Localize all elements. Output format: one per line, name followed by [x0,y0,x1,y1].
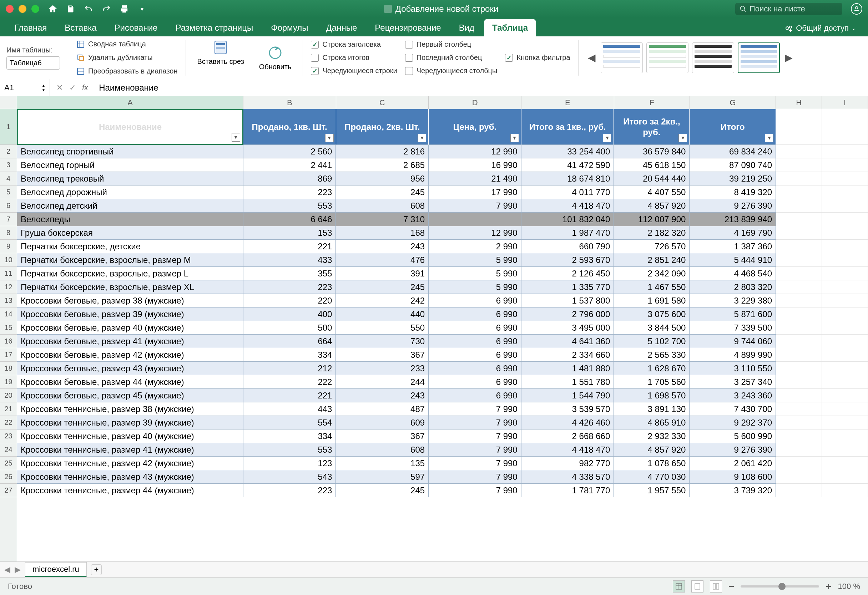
filter-button[interactable] [510,134,519,142]
spreadsheet-grid[interactable]: ABCDEFGHI 123456789101112131415161718192… [0,96,868,561]
cell[interactable]: 3 257 340 [689,375,776,389]
cell[interactable]: 367 [336,430,429,443]
cell[interactable] [822,226,868,240]
cell[interactable]: 2 565 330 [614,348,689,362]
tab-page-layout[interactable]: Разметка страницы [167,19,261,36]
table-header-cell[interactable]: Итого за 1кв., руб. [521,109,614,145]
minimize-window-button[interactable] [19,5,27,13]
row-header[interactable]: 14 [0,308,17,321]
column-header-G[interactable]: G [690,96,776,109]
cell[interactable]: 2 796 000 [521,308,614,321]
column-headers[interactable]: ABCDEFGHI [17,96,868,109]
column-header-E[interactable]: E [521,96,614,109]
search-input[interactable]: Поиск на листе [735,3,842,15]
cell[interactable] [822,443,868,457]
cell[interactable] [822,321,868,334]
name-box[interactable]: A1▲▼ [0,79,50,96]
row-header[interactable]: 9 [0,240,17,253]
tab-review[interactable]: Рецензирование [367,19,449,36]
cell[interactable]: 1 551 780 [521,375,614,389]
cell[interactable]: 245 [336,186,429,199]
zoom-out-button[interactable]: − [728,581,734,592]
cell[interactable]: 2 126 450 [521,267,614,280]
cell[interactable]: 2 441 [244,158,336,172]
account-icon[interactable] [851,3,862,15]
cell[interactable]: 9 276 390 [689,199,776,213]
cell[interactable]: Кроссовки беговые, размер 39 (мужские) [17,308,244,321]
tab-insert[interactable]: Вставка [57,19,104,36]
cell[interactable]: 3 739 320 [689,484,776,497]
zoom-slider[interactable] [741,585,819,588]
cell[interactable] [822,348,868,362]
cell[interactable]: 367 [336,348,429,362]
select-all-corner[interactable] [0,96,17,109]
cell[interactable]: 543 [244,470,336,484]
row-header[interactable]: 16 [0,334,17,348]
cell[interactable]: 1 467 550 [614,280,689,294]
formula-input[interactable]: Наименование [94,83,868,93]
row-header[interactable]: 5 [0,186,17,199]
tab-formulas[interactable]: Формулы [263,19,316,36]
cell[interactable] [776,294,822,308]
table-style-option[interactable] [692,43,734,73]
cell[interactable]: 4 468 540 [689,267,776,280]
cell[interactable]: 4 865 910 [614,416,689,430]
filter-button-checkbox[interactable]: Кнопка фильтра [505,52,570,63]
cell[interactable] [776,321,822,334]
cell[interactable]: 1 987 470 [521,226,614,240]
cell[interactable]: 212 [244,362,336,375]
row-header[interactable]: 21 [0,402,17,416]
cell[interactable]: 1 387 360 [689,240,776,253]
customize-qat-icon[interactable]: ▾ [137,4,147,14]
cell[interactable]: Велосипед детский [17,199,244,213]
cell[interactable] [776,375,822,389]
sheet-tab[interactable]: microexcel.ru [25,562,87,577]
table-header-cell[interactable]: Продано, 1кв. Шт. [244,109,336,145]
table-header-cell[interactable]: Продано, 2кв. Шт. [336,109,429,145]
cell[interactable]: 4 338 570 [521,470,614,484]
row-header[interactable]: 3 [0,158,17,172]
cell[interactable]: 2 685 [336,158,429,172]
sheet-next-icon[interactable]: ▶ [15,565,21,574]
table-header-cell[interactable]: Итого [689,109,776,145]
cell[interactable]: 440 [336,308,429,321]
cell[interactable]: Кроссовки теннисные, размер 40 (мужские) [17,430,244,443]
cell[interactable]: 4 899 990 [689,348,776,362]
column-header-F[interactable]: F [614,96,690,109]
cell[interactable] [776,402,822,416]
cell[interactable]: 7 990 [429,457,521,470]
cell[interactable]: 2 668 660 [521,430,614,443]
save-icon[interactable] [66,4,76,14]
styles-prev-button[interactable]: ◀ [586,43,597,73]
cell[interactable] [822,186,868,199]
cell[interactable]: 233 [336,362,429,375]
cell[interactable]: 1 698 570 [614,389,689,402]
cell[interactable]: 12 990 [429,226,521,240]
filter-button[interactable] [418,134,426,142]
cell[interactable]: 222 [244,375,336,389]
first-column-checkbox[interactable]: Первый столбец [405,39,497,50]
cell[interactable] [822,280,868,294]
last-column-checkbox[interactable]: Последний столбец [405,52,497,63]
cell[interactable] [822,457,868,470]
cell[interactable]: Кроссовки беговые, размер 44 (мужские) [17,375,244,389]
refresh-button[interactable]: Обновить [255,43,295,72]
insert-slicer-button[interactable]: Вставить срез [194,37,248,78]
filter-button[interactable] [603,134,611,142]
cell[interactable]: 553 [244,443,336,457]
cell[interactable]: 5 444 910 [689,253,776,267]
cell[interactable] [822,375,868,389]
tab-view[interactable]: Вид [451,19,482,36]
cell[interactable]: 4 169 790 [689,226,776,240]
tab-home[interactable]: Главная [6,19,55,36]
cell[interactable] [776,430,822,443]
cell[interactable]: 9 744 060 [689,334,776,348]
cell[interactable]: 2 560 [244,145,336,158]
cell[interactable]: Кроссовки беговые, размер 40 (мужские) [17,321,244,334]
cell[interactable]: 609 [336,416,429,430]
filter-button[interactable] [325,134,334,142]
cell[interactable]: 391 [336,267,429,280]
cell[interactable]: 2 990 [429,240,521,253]
cell[interactable]: 7 990 [429,416,521,430]
cell[interactable]: 112 007 900 [614,213,689,226]
